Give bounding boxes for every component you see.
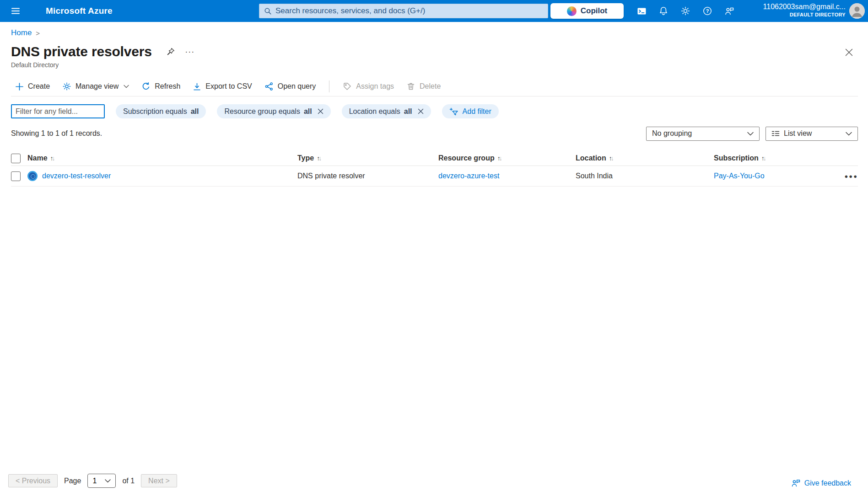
chip-label: Location equals xyxy=(349,107,400,116)
previous-page-button[interactable]: < Previous xyxy=(8,474,58,487)
open-query-label: Open query xyxy=(278,82,316,91)
breadcrumb-home-link[interactable]: Home xyxy=(11,28,32,37)
ellipsis-icon: ●●● xyxy=(844,173,858,180)
manage-view-label: Manage view xyxy=(75,82,119,91)
next-page-button[interactable]: Next > xyxy=(141,474,177,487)
grouping-dropdown[interactable]: No grouping xyxy=(646,127,760,141)
row-checkbox[interactable] xyxy=(11,171,21,181)
azure-top-bar: Microsoft Azure Copilot ? xyxy=(0,0,868,22)
add-filter-label: Add filter xyxy=(463,107,491,116)
settings-button[interactable] xyxy=(674,0,696,22)
column-header-subscription[interactable]: Subscription ↑↓ xyxy=(714,154,840,162)
pin-icon xyxy=(166,47,175,57)
sort-icon: ↑↓ xyxy=(609,155,614,162)
column-label: Type xyxy=(297,154,314,162)
select-all-checkbox[interactable] xyxy=(11,154,21,163)
assign-tags-label: Assign tags xyxy=(356,82,394,91)
filter-chip-location[interactable]: Location equals all xyxy=(342,104,431,118)
topbar-icon-group: ? xyxy=(631,0,740,22)
view-controls: No grouping List view xyxy=(646,127,858,141)
remove-filter-icon[interactable] xyxy=(418,108,424,114)
assign-tags-button[interactable]: Assign tags xyxy=(343,82,394,91)
page-number-select[interactable]: 1 xyxy=(87,474,116,488)
account-menu[interactable]: 11062003sam@gmail.c... DEFAULT DIRECTORY xyxy=(763,2,846,18)
export-csv-button[interactable]: Export to CSV xyxy=(193,82,252,91)
page-of-label: of 1 xyxy=(122,477,135,485)
manage-view-button[interactable]: Manage view xyxy=(62,82,129,91)
help-button[interactable]: ? xyxy=(696,0,718,22)
row-more-button[interactable]: ●●● xyxy=(844,173,858,180)
view-dropdown[interactable]: List view xyxy=(766,127,858,141)
column-header-type[interactable]: Type ↑↓ xyxy=(297,154,438,162)
feedback-button[interactable] xyxy=(718,0,740,22)
column-header-resource-group[interactable]: Resource group ↑↓ xyxy=(438,154,576,162)
copilot-button[interactable]: Copilot xyxy=(550,3,624,19)
column-label: Location xyxy=(576,154,606,162)
refresh-button[interactable]: Refresh xyxy=(141,82,180,91)
svg-text:?: ? xyxy=(706,8,709,14)
delete-label: Delete xyxy=(420,82,441,91)
dns-private-resolvers-blade: Home > DNS private resolvers ... Default… xyxy=(0,22,868,497)
chevron-right-icon: > xyxy=(36,29,40,37)
gear-icon xyxy=(62,82,71,91)
record-count: Showing 1 to 1 of 1 records. xyxy=(11,129,102,138)
subscription-link[interactable]: Pay-As-You-Go xyxy=(714,172,765,180)
chevron-down-icon xyxy=(747,132,754,136)
grouping-value: No grouping xyxy=(652,129,743,138)
tag-icon xyxy=(343,82,352,91)
open-query-button[interactable]: Open query xyxy=(264,82,316,91)
copilot-label: Copilot xyxy=(581,6,608,16)
close-blade-button[interactable] xyxy=(842,46,855,59)
filter-chip-resource-group[interactable]: Resource group equals all xyxy=(217,104,330,118)
list-controls: Showing 1 to 1 of 1 records. No grouping… xyxy=(11,126,858,141)
column-label: Name xyxy=(27,154,48,162)
breadcrumb: Home > xyxy=(11,28,40,37)
page-subtitle: Default Directory xyxy=(11,61,59,69)
trash-icon xyxy=(406,82,415,91)
column-header-name[interactable]: Name ↑↓ xyxy=(27,154,55,162)
chevron-down-icon xyxy=(105,479,111,483)
give-feedback-link[interactable]: Give feedback xyxy=(791,478,851,488)
title-more-button[interactable]: ... xyxy=(185,45,195,59)
azure-brand-title[interactable]: Microsoft Azure xyxy=(46,0,113,22)
search-input[interactable] xyxy=(275,6,543,16)
global-search xyxy=(259,4,548,18)
notifications-button[interactable] xyxy=(652,0,674,22)
resource-name-link[interactable]: devzero-test-resolver xyxy=(42,172,111,180)
refresh-label: Refresh xyxy=(155,82,180,91)
view-value: List view xyxy=(784,129,841,138)
create-button[interactable]: Create xyxy=(15,82,50,91)
resource-group-link[interactable]: devzero-azure-test xyxy=(438,172,499,180)
gear-icon xyxy=(680,6,690,16)
remove-filter-icon[interactable] xyxy=(318,108,323,114)
add-filter-button[interactable]: Add filter xyxy=(442,104,499,118)
add-filter-funnel-icon xyxy=(449,107,458,116)
list-view-icon xyxy=(771,130,780,137)
filter-chip-subscription[interactable]: Subscription equals all xyxy=(116,104,206,118)
table-header: Name ↑↓ Type ↑↓ Resource group ↑↓ Locati… xyxy=(11,151,858,166)
chevron-down-icon xyxy=(124,85,129,88)
sort-icon: ↑↓ xyxy=(761,155,766,162)
cloud-shell-icon xyxy=(636,6,647,16)
pagination: < Previous Page 1 of 1 Next > xyxy=(8,474,177,488)
column-header-location[interactable]: Location ↑↓ xyxy=(576,154,714,162)
branch-query-icon xyxy=(264,82,274,91)
command-bar: Create Manage view Refresh Export to CSV xyxy=(15,79,441,94)
refresh-icon xyxy=(141,82,151,91)
feedback-person-icon xyxy=(791,478,801,488)
bell-icon xyxy=(658,6,669,16)
pin-button[interactable] xyxy=(166,47,175,57)
hamburger-menu-button[interactable] xyxy=(6,3,25,19)
export-csv-label: Export to CSV xyxy=(205,82,252,91)
hamburger-icon xyxy=(11,6,21,16)
sort-icon: ↑↓ xyxy=(50,155,55,162)
column-label: Resource group xyxy=(438,154,495,162)
filter-input[interactable] xyxy=(11,104,105,118)
account-directory: DEFAULT DIRECTORY xyxy=(763,11,846,18)
cloud-shell-button[interactable] xyxy=(631,0,652,22)
sort-icon: ↑↓ xyxy=(497,155,502,162)
download-icon xyxy=(193,82,201,91)
avatar[interactable] xyxy=(849,3,865,19)
create-label: Create xyxy=(28,82,50,91)
delete-button[interactable]: Delete xyxy=(406,82,441,91)
